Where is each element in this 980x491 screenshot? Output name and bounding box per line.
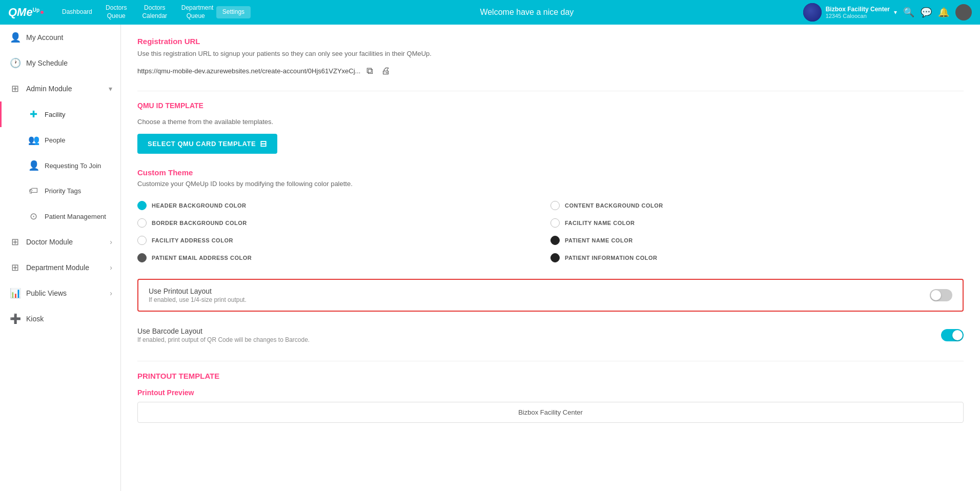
search-icon[interactable]: 🔍 [903, 7, 914, 18]
tag-icon: 🏷 [28, 186, 38, 196]
sidebar-item-people[interactable]: 👥 People [0, 127, 120, 153]
printout-preview-text: Bizbox Facility Center [518, 408, 583, 416]
chat-icon[interactable]: 💬 [921, 7, 932, 18]
facility-address: 12345 Caloocan [826, 13, 890, 19]
kiosk-icon: ➕ [10, 313, 20, 324]
sidebar-label-my-account: My Account [26, 33, 112, 42]
registration-url-title: Registration URL [137, 37, 964, 46]
header-bg-label: HEADER BACKGROUND COLOR [152, 202, 246, 209]
nav-settings[interactable]: Settings [216, 6, 251, 18]
facility-details: Bizbox Facility Center 12345 Caloocan [826, 6, 890, 19]
chart-icon: 📊 [10, 288, 20, 299]
sidebar-item-my-account[interactable]: 👤 My Account [0, 25, 120, 50]
sidebar-item-patient-management[interactable]: ⊙ Patient Management [0, 203, 120, 229]
registration-url-description: Use this registration URL to signup your… [137, 50, 964, 57]
patient-info-label: PATIENT INFORMATION COLOR [565, 255, 658, 261]
clock-icon: 🕐 [10, 57, 20, 69]
barcode-layout-toggle[interactable] [941, 329, 964, 341]
person-icon: 👤 [10, 32, 20, 43]
sidebar-item-department-module[interactable]: ⊞ Department Module › [0, 255, 120, 280]
patient-icon: ⊙ [28, 211, 38, 222]
patient-name-label: PATIENT NAME COLOR [565, 237, 633, 243]
custom-theme-title: Custom Theme [137, 168, 964, 177]
sidebar-label-department-module: Department Module [26, 263, 104, 272]
people-icon: 👥 [28, 134, 38, 146]
divider-2 [137, 361, 964, 361]
sidebar-label-admin-module: Admin Module [26, 85, 103, 93]
sidebar-item-priority-tags[interactable]: 🏷 Priority Tags [0, 178, 120, 203]
patient-email-label: PATIENT EMAIL ADDRESS COLOR [152, 255, 252, 261]
url-row: https://qmu-mobile-dev.azurewebsites.net… [137, 64, 964, 78]
nav-doctors-queue[interactable]: Doctors Queue [98, 2, 134, 22]
logo-text: QMeUp [8, 6, 39, 19]
printout-layout-thumb [931, 290, 941, 300]
sidebar-label-public-views: Public Views [26, 289, 104, 297]
notification-icon[interactable]: 🔔 [938, 7, 949, 18]
sidebar-label-people: People [45, 136, 112, 144]
printout-layout-info: Use Printout Layout If enabled, use 1/4-… [149, 287, 247, 303]
sidebar-item-my-schedule[interactable]: 🕐 My Schedule [0, 50, 120, 76]
logo[interactable]: QMeUp [8, 6, 44, 19]
facility-name-label: FACILITY NAME COLOR [565, 220, 635, 226]
print-url-button[interactable]: 🖨 [379, 64, 393, 78]
color-option-facility-address[interactable]: FACILITY ADDRESS COLOR [137, 232, 550, 249]
custom-theme-description: Customize your QMeUp ID looks by modifyi… [137, 180, 964, 188]
border-bg-label: BORDER BACKGROUND COLOR [152, 220, 247, 226]
sidebar-label-my-schedule: My Schedule [26, 59, 112, 67]
content-bg-label: CONTENT BACKGROUND COLOR [565, 202, 663, 209]
color-option-patient-email[interactable]: PATIENT EMAIL ADDRESS COLOR [137, 249, 550, 267]
qmu-template-description: Choose a theme from the available templa… [137, 118, 964, 126]
doctor-module-chevron: › [110, 238, 112, 246]
color-option-patient-name[interactable]: PATIENT NAME COLOR [550, 232, 964, 249]
printout-preview-title: Printout Preview [137, 388, 964, 397]
copy-url-button[interactable]: ⧉ [364, 64, 375, 78]
sidebar-item-doctor-module[interactable]: ⊞ Doctor Module › [0, 229, 120, 255]
patient-info-swatch [550, 253, 560, 262]
grid-icon: ⊞ [10, 83, 20, 94]
public-views-chevron: › [110, 289, 112, 297]
printout-layout-toggle[interactable] [930, 289, 952, 301]
select-qmu-card-template-button[interactable]: SELECT QMU CARD TEMPLATE ⊟ [137, 134, 277, 154]
use-barcode-layout-box: Use Barcode Layout If enabled, print out… [137, 320, 964, 351]
nav-doctors-calendar[interactable]: Doctors Calendar [134, 2, 175, 22]
dept-grid-icon: ⊞ [10, 262, 20, 273]
top-navigation: QMeUp Dashboard Doctors Queue Doctors Ca… [0, 0, 980, 25]
sidebar-label-patient-management: Patient Management [45, 213, 112, 220]
color-option-header-bg[interactable]: HEADER BACKGROUND COLOR [137, 197, 550, 214]
facility-info[interactable]: Bizbox Facility Center 12345 Caloocan ▾ [803, 3, 897, 22]
select-btn-label: SELECT QMU CARD TEMPLATE [148, 140, 256, 148]
barcode-layout-track[interactable] [941, 329, 964, 341]
color-option-border-bg[interactable]: BORDER BACKGROUND COLOR [137, 214, 550, 232]
doctor-grid-icon: ⊞ [10, 236, 20, 248]
nav-department-queue[interactable]: Department Queue [175, 2, 216, 22]
divider-1 [137, 91, 964, 91]
barcode-layout-info: Use Barcode Layout If enabled, print out… [137, 327, 310, 343]
color-option-content-bg[interactable]: CONTENT BACKGROUND COLOR [550, 197, 964, 214]
facility-dropdown-icon[interactable]: ▾ [894, 9, 897, 16]
sidebar-item-requesting-to-join[interactable]: 👤 Requesting To Join [0, 153, 120, 178]
color-option-patient-info[interactable]: PATIENT INFORMATION COLOR [550, 249, 964, 267]
sidebar-label-facility: Facility [45, 111, 112, 118]
sidebar-item-facility[interactable]: ✚ Facility [0, 101, 120, 127]
printout-layout-track[interactable] [930, 289, 952, 301]
card-template-icon: ⊟ [260, 139, 267, 149]
barcode-layout-thumb [952, 330, 963, 340]
registration-url-text: https://qmu-mobile-dev.azurewebsites.net… [137, 67, 360, 75]
nav-dashboard[interactable]: Dashboard [56, 6, 98, 18]
sidebar-item-public-views[interactable]: 📊 Public Views › [0, 280, 120, 306]
nav-right: Bizbox Facility Center 12345 Caloocan ▾ … [803, 3, 972, 22]
color-options-grid: HEADER BACKGROUND COLOR CONTENT BACKGROU… [137, 197, 964, 267]
use-printout-layout-box: Use Printout Layout If enabled, use 1/4-… [137, 279, 964, 312]
patient-email-swatch [137, 253, 147, 262]
main-content: Registration URL Use this registration U… [121, 25, 980, 491]
color-option-facility-name[interactable]: FACILITY NAME COLOR [550, 214, 964, 232]
plus-icon: ✚ [28, 109, 38, 120]
header-bg-swatch [137, 201, 147, 210]
sidebar-label-priority-tags: Priority Tags [45, 187, 112, 195]
printout-layout-label: Use Printout Layout [149, 287, 247, 295]
user-avatar[interactable] [955, 4, 972, 21]
sidebar-item-admin-module[interactable]: ⊞ Admin Module ▾ [0, 76, 120, 101]
sidebar-item-kiosk[interactable]: ➕ Kiosk [0, 306, 120, 332]
welcome-message: Welcome have a nice day [251, 8, 803, 17]
person-add-icon: 👤 [28, 160, 38, 171]
